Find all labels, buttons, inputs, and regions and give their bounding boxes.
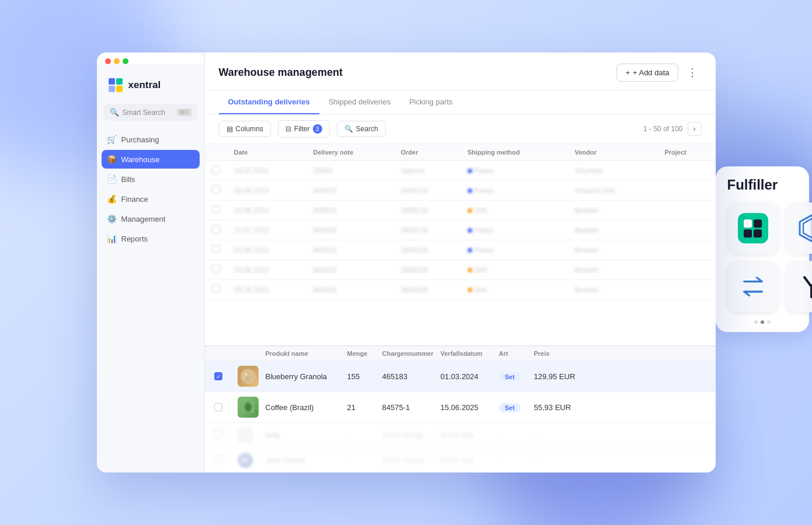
fulfiller-byrd[interactable] [786,202,813,254]
maximize-window-dot[interactable] [123,58,128,64]
pr1-preis: 129,95 EUR [534,372,593,381]
svg-rect-1 [116,78,123,85]
cell-order: 3400119 [394,181,461,201]
tab-picking-parts[interactable]: Picking parts [400,90,462,114]
row-checkbox[interactable] [212,265,220,273]
table-row[interactable]: 22.07.2022 800916 3800116 Fedex Besidet [205,220,716,240]
picking-row-2[interactable]: Coffee (Brazil) 21 84575-1 15.06.2025 Se… [205,392,716,423]
cell-vendor: Shorifest [567,161,657,181]
row-checkbox[interactable] [212,186,220,194]
row-checkbox[interactable] [212,166,220,174]
sidebar-item-bills[interactable]: 📄 Bills [102,170,200,188]
cell-project [657,240,715,260]
cell-vendor: Besidet [567,201,657,220]
pr1-charge: 465183 [382,372,441,381]
table-header-vendor: Vendor [567,144,657,161]
add-data-label: + Add data [633,68,670,77]
picking-section: Produkt name Menge Chargennummer Verfall… [205,345,716,473]
search-keyboard-shortcut: ⌘K [177,108,191,116]
pr1-art-cell: Set [499,371,534,382]
picking-row-1-checkbox[interactable] [214,372,222,380]
pagination-next-button[interactable]: › [688,122,702,136]
svg-rect-3 [116,86,123,92]
sidebar-item-warehouse[interactable]: 📦 Warehouse [102,150,200,169]
svg-point-8 [243,377,245,379]
add-data-button[interactable]: + + Add data [616,64,678,82]
sidebar-item-management[interactable]: ⚙️ Management [102,209,200,228]
sidebar-item-reports[interactable]: 📊 Reports [102,229,200,248]
search-button[interactable]: 🔍 Search [337,121,386,137]
filter-count-badge: 3 [313,124,322,134]
pr1-thumb-cell [238,366,266,387]
sidebar: xentral 🔍 Smart Search ⌘K 🛒 Purchasing 📦… [97,52,205,473]
tab-shipped-deliveries[interactable]: Shipped deliveries [319,90,400,114]
svg-line-15 [804,277,811,286]
close-window-dot[interactable] [105,58,111,64]
cell-vendor: Besidet [567,220,657,240]
tab-outstanding-deliveries[interactable]: Outstanding deliveries [219,90,319,114]
svg-rect-0 [109,78,115,85]
row-checkbox[interactable] [212,225,220,233]
row-checkbox[interactable] [212,205,220,214]
sidebar-item-finance[interactable]: 💰 Finance [102,190,200,208]
cell-shipping: DHL [461,280,568,300]
table-row[interactable]: 19.06.2022 800016 3800016 DHL Besidet [205,260,716,280]
sidebar-logo: xentral [97,64,204,104]
fulfiller-card: Fulfiller [716,166,809,332]
columns-button[interactable]: ▤ Columns [219,121,271,137]
sidebar-item-label-finance: Finance [121,195,148,204]
fulfiller-yfulfill[interactable] [786,261,813,312]
page-title: Warehouse management [219,66,617,79]
table-row[interactable]: 08.09.2023 800915 3400119 Fedex Amazon D… [205,181,716,201]
pr2-verfall: 15.06.2025 [441,403,499,412]
smart-search-button[interactable]: 🔍 Smart Search ⌘K [104,104,197,121]
smart-search-label: Smart Search [123,108,173,117]
fulfiller-screenful[interactable] [727,202,779,254]
screenful-icon [738,213,768,243]
sidebar-nav: 🛒 Purchasing 📦 Warehouse 📄 Bills 💰 Finan… [97,130,204,248]
sidebar-item-purchasing[interactable]: 🛒 Purchasing [102,130,200,149]
dot-3 [767,320,771,324]
blurred-row-amy: Amy - Some charge Some date - - [205,423,716,448]
minimize-window-dot[interactable] [114,58,120,64]
cell-shipping: Fedex [461,181,568,201]
picking-row-1[interactable]: Blueberry Granola 155 465183 01.03.2024 … [205,361,716,392]
fulfiller-exchange[interactable] [727,261,779,312]
ph-thumb [238,350,266,357]
table-header-shipping-method: Shipping method [461,144,568,161]
row-checkbox[interactable] [212,245,220,253]
cell-order: 3800016 [394,280,461,300]
more-options-button[interactable]: ⋮ [683,63,702,82]
cell-vendor: Besidet [567,280,657,300]
svg-point-6 [249,374,252,377]
cell-shipping: Fedex [461,240,568,260]
pr1-art-badge: Set [499,372,521,382]
columns-icon: ▤ [226,125,233,133]
ph-charge: Chargennummer [382,350,441,357]
svg-marker-13 [803,219,813,237]
pr2-thumb-cell [238,397,266,418]
picking-row-2-checkbox[interactable] [214,403,222,411]
columns-label: Columns [236,125,263,133]
cell-date: 19.06.2022 [227,260,306,280]
finance-icon: 💰 [107,194,117,204]
table-row[interactable]: 19.03.2022 20645 3alisme Fedex Shorifest [205,161,716,181]
dot-1 [754,320,758,324]
integration-cards: Fulfiller [716,166,813,332]
pr2-art-badge: Set [499,403,521,412]
cell-project [657,161,715,181]
warehouse-icon: 📦 [107,155,117,164]
filter-button[interactable]: ⊟ Filter 3 [278,120,330,138]
table-row[interactable]: 15.08.2022 800916 3800116 DHL Besidet [205,201,716,220]
cell-delivery-note: 20645 [306,161,393,181]
table-toolbar: ▤ Columns ⊟ Filter 3 🔍 Search 1 [205,114,716,144]
filter-icon: ⊟ [285,125,291,133]
byrd-icon [796,213,813,243]
sidebar-item-label-warehouse: Warehouse [121,155,160,164]
table-row[interactable]: 08.09.2022 800016 3800016 DHL Besidet [205,280,716,300]
table-row[interactable]: 03.06.2022 800016 3800016 Fedex Besidet [205,240,716,260]
row-checkbox[interactable] [212,285,220,293]
coffee-thumbnail [238,397,259,418]
filter-label: Filter [294,125,310,133]
pr2-preis: 55,93 EUR [534,403,593,412]
